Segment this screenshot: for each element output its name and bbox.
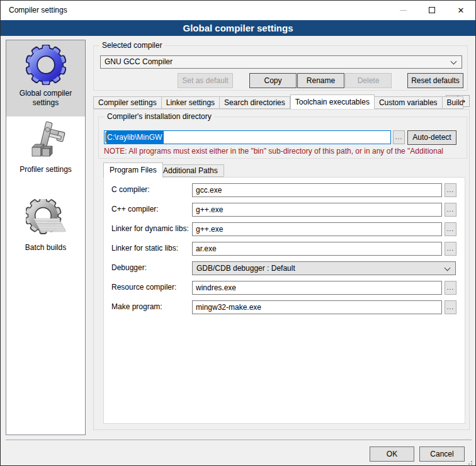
set-as-default-button[interactable]: Set as default: [178, 73, 233, 88]
program-files-panel: C compiler: ... C++ compiler: ... Linker…: [103, 177, 465, 424]
caliper-icon: [26, 121, 66, 161]
sidebar-item-global-compiler-settings[interactable]: Global compiler settings: [6, 40, 85, 116]
chevron-down-icon: [445, 265, 451, 271]
field-row: Debugger: GDB/CDB debugger : Default: [104, 261, 465, 275]
resize-grip[interactable]: [471, 461, 472, 462]
field-row: C compiler: ...: [104, 183, 465, 197]
sidebar-item-label: Batch builds: [6, 243, 85, 253]
installation-directory-group: Compiler's installation directory C:\ray…: [98, 116, 467, 159]
browse-button[interactable]: ...: [445, 222, 456, 236]
rename-button[interactable]: Rename: [297, 73, 344, 88]
browse-button[interactable]: ...: [445, 203, 456, 217]
field-row: Resource compiler: ...: [104, 281, 465, 295]
chevron-down-icon: [451, 59, 457, 65]
field-row: Linker for static libs: ...: [104, 242, 465, 256]
field-label: C compiler:: [111, 185, 150, 194]
tab-compiler-settings[interactable]: Compiler settings: [93, 96, 162, 109]
tab-search-directories[interactable]: Search directories: [220, 96, 290, 109]
install-dir-input[interactable]: C:\raylib\MinGW: [104, 130, 391, 144]
cpp-compiler-input[interactable]: [192, 203, 442, 217]
dynamic-linker-input[interactable]: [192, 222, 442, 236]
sidebar-item-label: Profiler settings: [6, 165, 85, 174]
sidebar-item-profiler-settings[interactable]: Profiler settings: [6, 121, 85, 186]
field-label: Resource compiler:: [111, 283, 176, 292]
settings-category-list: Global compiler settings: [6, 40, 86, 435]
settings-tabs: Compiler settings Linker settings Search…: [93, 94, 463, 109]
install-dir-value: C:\raylib\MinGW: [106, 131, 164, 144]
c-compiler-input[interactable]: [192, 183, 442, 197]
minimize-icon: [400, 10, 407, 11]
field-row: Linker for dynamic libs: ...: [104, 222, 465, 236]
tab-build-options[interactable]: Build options: [443, 96, 463, 109]
browse-button[interactable]: ...: [445, 242, 456, 256]
make-program-input[interactable]: [192, 300, 442, 314]
delete-button[interactable]: Delete: [345, 73, 392, 88]
field-row: Make program: ...: [104, 300, 465, 314]
copy-button[interactable]: Copy: [249, 73, 297, 88]
resource-compiler-input[interactable]: [192, 281, 442, 295]
subtab-additional-paths[interactable]: Additional Paths: [157, 164, 224, 177]
close-button[interactable]: ✕: [446, 1, 475, 20]
field-label: C++ compiler:: [111, 205, 159, 213]
field-label: Debugger:: [111, 263, 147, 272]
tab-custom-variables[interactable]: Custom variables: [375, 96, 443, 109]
browse-button[interactable]: ...: [445, 300, 456, 314]
window-controls: ✕: [388, 1, 475, 20]
cancel-button[interactable]: Cancel: [419, 446, 465, 462]
field-label: Linker for static libs:: [111, 244, 178, 253]
titlebar: Compiler settings ✕: [1, 1, 475, 20]
reset-defaults-button[interactable]: Reset defaults: [407, 73, 463, 88]
auto-detect-button[interactable]: Auto-detect: [407, 130, 456, 145]
window-title: Compiler settings: [9, 1, 67, 20]
ok-button[interactable]: OK: [370, 446, 414, 462]
maximize-icon: [429, 7, 435, 13]
browse-dir-button[interactable]: ...: [393, 130, 405, 144]
sidebar-item-label: Global compiler settings: [6, 89, 85, 108]
compiler-select-value: GNU GCC Compiler: [105, 57, 173, 66]
installation-directory-group-title: Compiler's installation directory: [105, 112, 214, 121]
tab-linker-settings[interactable]: Linker settings: [162, 96, 220, 109]
field-row: C++ compiler: ...: [104, 203, 465, 217]
bin-directory-note: NOTE: All programs must exist either in …: [104, 147, 464, 156]
browse-button[interactable]: ...: [445, 183, 456, 197]
close-icon: ✕: [458, 6, 465, 14]
debugger-select[interactable]: GDB/CDB debugger : Default: [192, 261, 456, 275]
minimize-button[interactable]: [388, 1, 417, 20]
static-linker-input[interactable]: [192, 242, 442, 256]
blue-gear-icon: [26, 45, 66, 85]
selected-compiler-group: Selected compiler GNU GCC Compiler Set a…: [93, 45, 468, 91]
debugger-select-value: GDB/CDB debugger : Default: [196, 264, 295, 273]
tab-toolchain-executables[interactable]: Toolchain executables: [290, 94, 375, 109]
subtab-program-files[interactable]: Program Files: [103, 162, 163, 178]
maximize-button[interactable]: [417, 1, 446, 20]
dialog-header: Global compiler settings: [1, 20, 475, 36]
compiler-select[interactable]: GNU GCC Compiler: [100, 55, 462, 69]
gray-gear-stack-icon: [26, 199, 66, 239]
field-label: Make program:: [111, 302, 162, 311]
field-label: Linker for dynamic libs:: [111, 224, 189, 233]
selected-compiler-group-title: Selected compiler: [99, 41, 164, 50]
sidebar-item-batch-builds[interactable]: Batch builds: [6, 199, 85, 264]
footer-divider: [6, 440, 472, 440]
browse-button[interactable]: ...: [445, 281, 456, 295]
compiler-settings-dialog: Compiler settings ✕ Global compiler sett…: [0, 0, 476, 466]
